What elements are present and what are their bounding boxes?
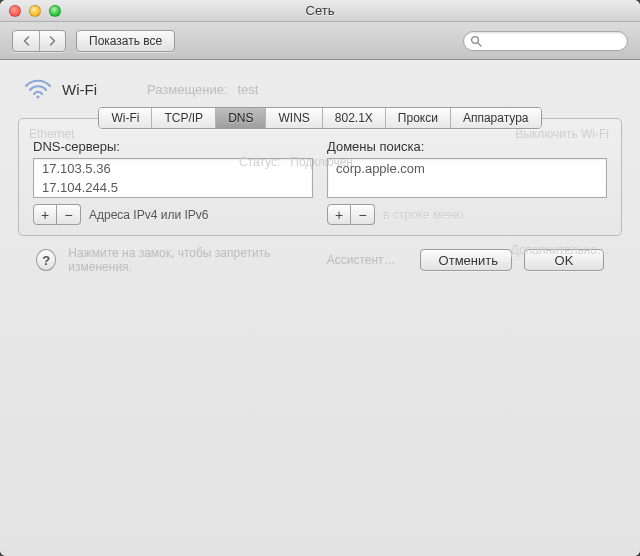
ghost-status-label: Статус: — [239, 155, 280, 169]
dns-add-button[interactable]: + — [33, 204, 57, 225]
dns-hint: Адреса IPv4 или IPv6 — [89, 208, 208, 222]
dns-plusminus: + − — [33, 204, 81, 225]
search-field[interactable] — [463, 31, 628, 51]
domain-remove-button[interactable]: − — [351, 204, 375, 225]
zoom-button[interactable] — [49, 5, 61, 17]
nav-back-button[interactable] — [13, 31, 39, 51]
tab-wi-fi[interactable]: Wi-Fi — [99, 108, 151, 128]
domain-add-button[interactable]: + — [327, 204, 351, 225]
tab-tcp-ip[interactable]: TCP/IP — [151, 108, 215, 128]
search-domain-plusminus: + − — [327, 204, 375, 225]
columns: DNS-серверы: 17.103.5.3617.104.244.5 + −… — [33, 139, 607, 225]
prefs-window: Сеть Показать все Wi-Fi Разм — [0, 0, 640, 556]
nav-group — [12, 30, 66, 52]
show-all-button[interactable]: Показать все — [76, 30, 175, 52]
chevron-right-icon — [48, 36, 57, 46]
page-title: Wi-Fi — [62, 81, 97, 98]
ghost-status-value: Подключен — [290, 155, 353, 169]
search-icon — [470, 35, 482, 47]
content: Wi-Fi Размещение: test Ethernet Статус: … — [0, 60, 640, 556]
dns-column: DNS-серверы: 17.103.5.3617.104.244.5 + −… — [33, 139, 313, 225]
svg-line-1 — [478, 42, 481, 45]
list-item[interactable]: 17.104.244.5 — [34, 178, 312, 197]
dns-controls: + − Адреса IPv4 или IPv6 — [33, 204, 313, 225]
dns-label: DNS-серверы: — [33, 139, 313, 154]
tabbar: Wi-FiTCP/IPDNSWINS802.1XПроксиАппаратура — [33, 107, 607, 129]
traffic-lights — [0, 5, 61, 17]
header-row: Wi-Fi Размещение: test — [18, 78, 622, 100]
tab--[interactable]: Прокси — [385, 108, 450, 128]
cancel-button[interactable]: Отменить — [420, 249, 512, 271]
search-domain-list[interactable]: corp.apple.com — [327, 158, 607, 198]
titlebar: Сеть — [0, 0, 640, 22]
ghost-menu-text2: в строке меню — [383, 208, 464, 222]
wifi-icon — [24, 78, 52, 100]
window-title: Сеть — [306, 3, 335, 18]
ghost-placement-label: Размещение: — [147, 82, 228, 97]
ghost-assistant: Ассистент… — [327, 253, 396, 267]
dns-remove-button[interactable]: − — [57, 204, 81, 225]
tab-dns[interactable]: DNS — [215, 108, 265, 128]
toolbar: Показать все — [0, 22, 640, 60]
svg-point-2 — [36, 95, 39, 98]
ghost-lock-text: Нажмите на замок, чтобы запретить измене… — [68, 246, 314, 274]
nav-forward-button[interactable] — [39, 31, 65, 51]
list-item[interactable]: corp.apple.com — [328, 159, 606, 178]
minimize-button[interactable] — [29, 5, 41, 17]
search-domains-label: Домены поиска: — [327, 139, 607, 154]
tab-wins[interactable]: WINS — [265, 108, 321, 128]
segmented-tabs: Wi-FiTCP/IPDNSWINS802.1XПроксиАппаратура — [98, 107, 541, 129]
ghost-placement-value: test — [238, 82, 259, 97]
sheet: Ethernet Статус: Подключен Выключить Wi-… — [18, 118, 622, 236]
help-button[interactable]: ? — [36, 249, 56, 271]
ghost-advanced: Дополнительно… — [511, 243, 609, 257]
search-domains-column: Домены поиска: corp.apple.com + − в стро… — [327, 139, 607, 225]
tab-802-1x[interactable]: 802.1X — [322, 108, 385, 128]
ghost-disable-wifi: Выключить Wi-Fi — [515, 127, 609, 141]
search-domain-controls: + − в строке меню — [327, 204, 607, 225]
chevron-left-icon — [22, 36, 31, 46]
close-button[interactable] — [9, 5, 21, 17]
ghost-sidebar: Ethernet — [29, 127, 74, 141]
search-input[interactable] — [486, 34, 621, 48]
tab--[interactable]: Аппаратура — [450, 108, 541, 128]
